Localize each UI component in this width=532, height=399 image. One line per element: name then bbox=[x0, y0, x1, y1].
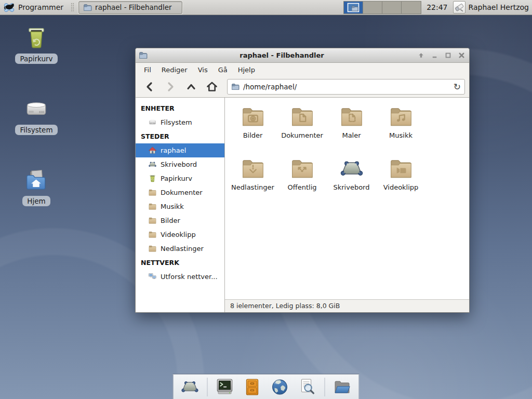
file-item-documents[interactable]: Dokumenter bbox=[277, 102, 327, 154]
shade-button[interactable] bbox=[416, 51, 425, 60]
folder-icon bbox=[148, 230, 157, 239]
window-folder-icon bbox=[139, 51, 148, 60]
sidebar-item-label: Bilder bbox=[161, 217, 180, 224]
file-item-pictures[interactable]: Bilder bbox=[228, 102, 277, 154]
maximize-button[interactable] bbox=[443, 51, 453, 60]
file-label: Offentlig bbox=[288, 183, 317, 191]
desktop-icon bbox=[148, 160, 157, 169]
sidebar-item-label: Utforsk nettver... bbox=[161, 273, 218, 281]
path-input[interactable] bbox=[243, 83, 450, 91]
sidebar-item-videos[interactable]: Videoklipp bbox=[136, 228, 224, 242]
show-desktop-button[interactable] bbox=[180, 377, 201, 397]
sidebar-item-documents[interactable]: Dokumenter bbox=[136, 185, 224, 200]
sidebar-item-label: raphael bbox=[161, 147, 186, 154]
mini-window-icon bbox=[347, 3, 360, 12]
terminal-icon bbox=[215, 377, 235, 397]
reload-icon[interactable]: ↻ bbox=[454, 83, 461, 91]
file-item-downloads[interactable]: Nedlastinger bbox=[228, 154, 277, 206]
sidebar-item-trash[interactable]: Papirkurv bbox=[136, 171, 224, 185]
sidebar-item-label: Papirkurv bbox=[161, 175, 192, 182]
workspace-4[interactable] bbox=[402, 2, 421, 14]
desktop-wallpaper[interactable]: Programmer raphael - Filbehandler bbox=[0, 0, 532, 399]
sidebar-header-network: NETTVERK bbox=[136, 256, 224, 270]
sidebar-item-label: Skrivebord bbox=[161, 161, 197, 168]
user-name-label: Raphael Hertzog bbox=[469, 3, 529, 11]
folder-icon bbox=[148, 202, 157, 211]
menu-file[interactable]: Fil bbox=[139, 64, 156, 76]
sidebar-item-home[interactable]: raphael bbox=[136, 143, 224, 157]
file-label: Maler bbox=[342, 131, 361, 139]
sidebar-item-music[interactable]: Musikk bbox=[136, 200, 224, 214]
titlebar[interactable]: raphael - Filbehandler bbox=[136, 48, 469, 63]
menu-help[interactable]: Hjelp bbox=[233, 64, 260, 76]
application-finder-launcher[interactable] bbox=[297, 377, 318, 397]
workspace-2[interactable] bbox=[363, 2, 382, 14]
sidebar-item-filesystem[interactable]: Filsystem bbox=[136, 115, 224, 129]
folder-public-icon bbox=[289, 156, 315, 182]
sidebar-item-label: Dokumenter bbox=[161, 189, 203, 196]
file-item-music[interactable]: Musikk bbox=[376, 102, 425, 154]
file-system-launcher[interactable] bbox=[332, 377, 353, 397]
dock bbox=[173, 374, 360, 399]
folder-icon bbox=[148, 244, 157, 253]
home-icon bbox=[148, 146, 157, 155]
file-item-templates[interactable]: Maler bbox=[327, 102, 376, 154]
up-button[interactable] bbox=[182, 79, 200, 95]
file-cabinet-launcher[interactable] bbox=[242, 377, 263, 397]
trash-icon bbox=[23, 25, 49, 51]
sidebar-item-browse-network[interactable]: Utforsk nettver... bbox=[136, 270, 224, 284]
desktop-icon-home[interactable]: Hjem bbox=[10, 167, 62, 206]
clock[interactable]: 22:47 bbox=[425, 3, 448, 11]
folder-templates-icon bbox=[339, 104, 365, 130]
document-search-icon bbox=[298, 377, 317, 397]
toolbar: ↻ bbox=[136, 76, 469, 97]
user-menu-button[interactable]: Raphael Hertzog bbox=[453, 1, 529, 14]
sidebar-item-downloads[interactable]: Nedlastinger bbox=[136, 242, 224, 256]
taskbar-window-button[interactable]: raphael - Filbehandler bbox=[78, 1, 182, 14]
desktop-icon-filesystem[interactable]: Filsystem bbox=[10, 96, 62, 135]
sidebar-item-label: Musikk bbox=[161, 203, 184, 210]
dock-separator bbox=[207, 378, 208, 396]
sidebar: ENHETER Filsystem STEDER raphael Skriveb… bbox=[136, 98, 225, 312]
minimize-button[interactable] bbox=[430, 51, 439, 60]
terminal-launcher[interactable] bbox=[215, 377, 235, 397]
folder-downloads-icon bbox=[240, 156, 266, 182]
window-title: raphael - Filbehandler bbox=[148, 51, 416, 59]
top-panel: Programmer raphael - Filbehandler bbox=[0, 0, 532, 15]
statusbar: 8 ielementer, Ledig plass: 8,0 GiB bbox=[225, 299, 469, 312]
network-icon bbox=[148, 272, 157, 281]
file-label: Musikk bbox=[389, 131, 413, 139]
file-item-public[interactable]: Offentlig bbox=[277, 154, 327, 206]
file-item-desktop[interactable]: Skrivebord bbox=[327, 154, 376, 206]
file-item-videos[interactable]: Videoklipp bbox=[376, 154, 425, 206]
file-icon-view[interactable]: Bilder Dokumenter Ma bbox=[225, 98, 469, 299]
pathbar-folder-icon bbox=[231, 83, 240, 91]
folder-documents-icon bbox=[289, 104, 315, 130]
web-browser-launcher[interactable] bbox=[270, 377, 290, 397]
forward-button[interactable] bbox=[162, 79, 179, 95]
close-button[interactable] bbox=[457, 51, 466, 60]
folder-icon bbox=[148, 216, 157, 225]
sidebar-item-pictures[interactable]: Bilder bbox=[136, 214, 224, 228]
desktop-icon-trash[interactable]: Papirkurv bbox=[10, 25, 62, 64]
file-label: Dokumenter bbox=[281, 131, 323, 139]
folder-icon bbox=[148, 188, 157, 197]
file-label: Skrivebord bbox=[333, 183, 369, 191]
tasklist-grip bbox=[71, 3, 74, 12]
folder-icon bbox=[83, 3, 92, 12]
menu-go[interactable]: Gå bbox=[213, 64, 233, 76]
workspace-1[interactable] bbox=[344, 2, 363, 14]
sidebar-item-desktop[interactable]: Skrivebord bbox=[136, 157, 224, 171]
home-button[interactable] bbox=[203, 79, 221, 95]
file-manager-window: raphael - Filbehandler Fil Rediger Vis bbox=[135, 48, 470, 313]
desktop-icon-label: Hjem bbox=[22, 196, 50, 206]
trash-icon bbox=[148, 174, 157, 183]
applications-menu-button[interactable]: Programmer bbox=[2, 1, 66, 15]
workspace-3[interactable] bbox=[382, 2, 402, 14]
back-button[interactable] bbox=[141, 79, 158, 95]
home-folder-icon bbox=[23, 167, 49, 193]
menu-view[interactable]: Vis bbox=[193, 64, 213, 76]
menu-edit[interactable]: Rediger bbox=[156, 64, 193, 76]
desktop-icon-label: Filsystem bbox=[15, 125, 57, 135]
pathbar[interactable]: ↻ bbox=[227, 79, 465, 95]
